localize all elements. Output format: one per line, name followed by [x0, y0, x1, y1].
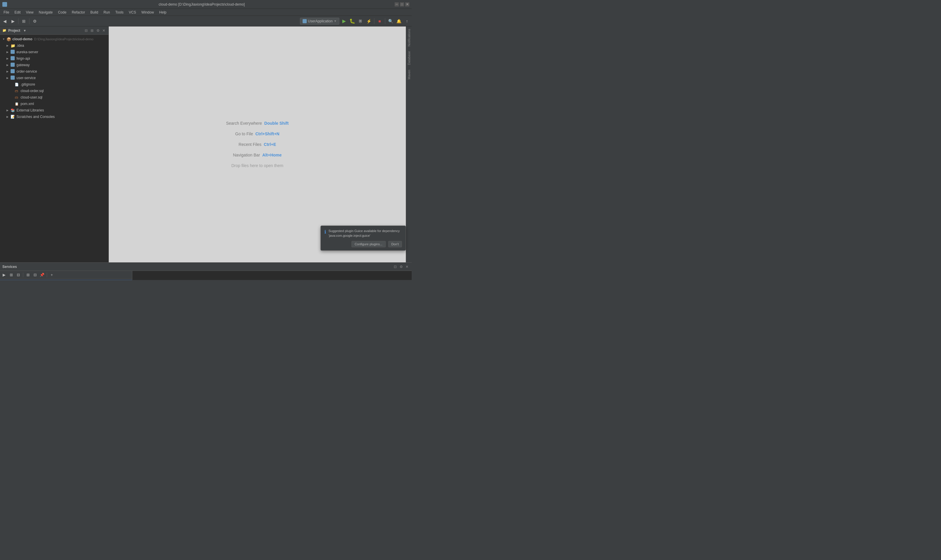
- menu-build[interactable]: Build: [88, 10, 101, 15]
- svc-filter[interactable]: ⊟: [32, 272, 38, 278]
- tree-item-pom-xml[interactable]: 📋 pom.xml: [0, 101, 109, 107]
- tree-item-gateway[interactable]: ▶ gateway: [0, 62, 109, 68]
- notification-popup: ℹ Suggested plugin Guice available for d…: [321, 226, 406, 251]
- svc-collapse-all[interactable]: ⊟: [15, 272, 21, 278]
- services-panel-header: Services ⊡ ⚙ ✕: [0, 263, 412, 271]
- database-tool[interactable]: Database: [406, 49, 412, 67]
- toolbar-recent-files[interactable]: ⊞: [20, 18, 27, 25]
- tree-item-cloud-user-sql[interactable]: 🗃 cloud-user.sql: [0, 94, 109, 101]
- tree-root-cloud-demo[interactable]: ▼ 📦 cloud-demo D:\DingJiaxiong\IdeaProje…: [0, 36, 109, 42]
- services-detail-panel: Select service to view details: [132, 271, 412, 280]
- menu-run[interactable]: Run: [101, 10, 112, 15]
- maximize-button[interactable]: □: [400, 2, 404, 6]
- tree-item-feign-api[interactable]: ▶ feign-api: [0, 55, 109, 62]
- tree-label-ext: External Libraries: [17, 108, 44, 112]
- tree-item-cloud-order-sql[interactable]: 🗃 cloud-order.sql: [0, 88, 109, 94]
- project-panel: 📁 Project ▼ ⊟ ⊞ ⚙ ✕ ▼ 📦 cloud-demo D:\Di…: [0, 26, 109, 262]
- toolbar-settings[interactable]: ⚙: [31, 18, 38, 25]
- minimize-button[interactable]: ─: [395, 2, 399, 6]
- project-hide[interactable]: ✕: [101, 28, 106, 33]
- svc-pin[interactable]: 📌: [39, 272, 45, 278]
- project-settings[interactable]: ⚙: [95, 28, 100, 33]
- svc-run-all[interactable]: ▶: [1, 272, 7, 278]
- services-header-controls: ⊡ ⚙ ✕: [393, 265, 409, 269]
- project-dropdown-icon[interactable]: ▼: [23, 29, 26, 32]
- tree-item-order-service[interactable]: ▶ order-service: [0, 68, 109, 75]
- tree-item-scratches[interactable]: ▶ 📝 Scratches and Consoles: [0, 114, 109, 120]
- menu-file[interactable]: File: [1, 10, 11, 15]
- tree-item-external-libraries[interactable]: ▶ 📚 External Libraries: [0, 107, 109, 114]
- project-collapse-all[interactable]: ⊟: [84, 28, 89, 33]
- debug-button[interactable]: 🐛: [349, 18, 356, 25]
- tree-label-eureka: eureka-server: [17, 50, 38, 54]
- drop-files-hint: Drop files here to open them: [231, 163, 283, 168]
- run-config-icon: [303, 19, 307, 23]
- svc-group-services[interactable]: ⊞: [25, 272, 31, 278]
- run-with-coverage[interactable]: ⛨: [357, 18, 364, 25]
- bottom-panel: Services ⊡ ⚙ ✕ ▶ ⊞ ⊟ ⊞ ⊟ 📌 + ▼: [0, 262, 412, 280]
- tree-label-order: order-service: [17, 69, 37, 74]
- menu-edit[interactable]: Edit: [12, 10, 23, 15]
- toolbar-back-button[interactable]: ◀: [1, 18, 8, 25]
- menu-window[interactable]: Window: [139, 10, 157, 15]
- project-tree: ▼ 📦 cloud-demo D:\DingJiaxiong\IdeaProje…: [0, 35, 109, 262]
- menu-code[interactable]: Code: [55, 10, 69, 15]
- hint-label-navbar: Navigation Bar: [233, 153, 260, 157]
- tree-item-gitignore[interactable]: 📄 .gitignore: [0, 81, 109, 88]
- project-filter[interactable]: ⊞: [90, 28, 94, 33]
- services-restore[interactable]: ⊡: [393, 265, 398, 269]
- hint-label-recent: Recent Files: [238, 142, 261, 147]
- maven-tool[interactable]: Maven: [406, 67, 412, 82]
- dont-suggest-button[interactable]: Don't: [388, 241, 402, 247]
- svc-tree-content: ▼ 🌿 Spring Boot ▼ Not Started 🌿 GatewayA…: [0, 279, 132, 280]
- notif-info-icon: ℹ: [324, 229, 326, 235]
- window-controls: ─ □ ✕: [395, 2, 409, 6]
- notifications-tool[interactable]: Notifications: [406, 26, 412, 49]
- tree-arrow: ▼: [2, 38, 6, 41]
- close-button[interactable]: ✕: [405, 2, 409, 6]
- services-hide[interactable]: ✕: [404, 265, 409, 269]
- configure-plugins-button[interactable]: Configure plugins...: [351, 241, 386, 247]
- notifications-button[interactable]: 🔔: [395, 18, 402, 25]
- module-icon-eureka: [11, 50, 15, 55]
- services-settings[interactable]: ⚙: [399, 265, 403, 269]
- hint-row-goto: Go to File Ctrl+Shift+N: [235, 131, 279, 136]
- module-icon-feign: [11, 56, 15, 61]
- menu-navigate[interactable]: Navigate: [37, 10, 55, 15]
- hint-shortcut-goto: Ctrl+Shift+N: [255, 131, 280, 136]
- menu-view[interactable]: View: [23, 10, 36, 15]
- stop-button[interactable]: ■: [376, 18, 383, 25]
- tree-arrow-user: ▶: [6, 77, 11, 79]
- app-icon: [2, 2, 7, 7]
- menu-help[interactable]: Help: [157, 10, 169, 15]
- toolbar: ◀ ▶ ⊞ ⚙ UserApplication ▼ ▶ 🐛 ⛨ ⚡ ■ 🔍 🔔 …: [0, 16, 412, 26]
- root-folder-icon: 📦: [6, 37, 11, 42]
- menu-vcs[interactable]: VCS: [126, 10, 138, 15]
- run-config-dropdown-icon: ▼: [334, 19, 337, 23]
- toolbar-forward-button[interactable]: ▶: [9, 18, 17, 25]
- svc-add[interactable]: +: [49, 272, 55, 278]
- more-run-actions[interactable]: ⚡: [365, 18, 372, 25]
- menu-refactor[interactable]: Refactor: [69, 10, 87, 15]
- tree-item-eureka-server[interactable]: ▶ eureka-server: [0, 49, 109, 55]
- search-everywhere-button[interactable]: 🔍: [387, 18, 394, 25]
- tree-root-path: D:\DingJiaxiong\IdeaProjects\cloud-demo: [34, 37, 94, 41]
- module-icon-user: [11, 75, 15, 81]
- svc-item-spring-boot[interactable]: ▼ 🌿 Spring Boot: [0, 280, 132, 280]
- hint-shortcut-navbar: Alt+Home: [262, 153, 282, 157]
- tree-label-idea: .idea: [17, 43, 24, 48]
- svc-expand-all[interactable]: ⊞: [8, 272, 14, 278]
- tree-item-user-service[interactable]: ▶ user-service: [0, 75, 109, 81]
- run-config-selector[interactable]: UserApplication ▼: [300, 18, 339, 25]
- project-panel-title: Project: [8, 29, 20, 33]
- menu-tools[interactable]: Tools: [113, 10, 126, 15]
- file-icon-gitignore: 📄: [15, 83, 19, 86]
- hint-shortcut-recent: Ctrl+E: [264, 142, 276, 147]
- tree-item-idea[interactable]: ▶ 📁 .idea: [0, 42, 109, 49]
- window-title: cloud-demo [D:\DingJiaxiong\IdeaProjects…: [9, 2, 395, 6]
- run-button[interactable]: ▶: [341, 18, 347, 25]
- toolbar-separator-2: [29, 18, 29, 24]
- updates-button[interactable]: ↑: [403, 18, 411, 25]
- hint-row-recent: Recent Files Ctrl+E: [238, 142, 276, 147]
- sql-icon-user: 🗃: [15, 95, 19, 99]
